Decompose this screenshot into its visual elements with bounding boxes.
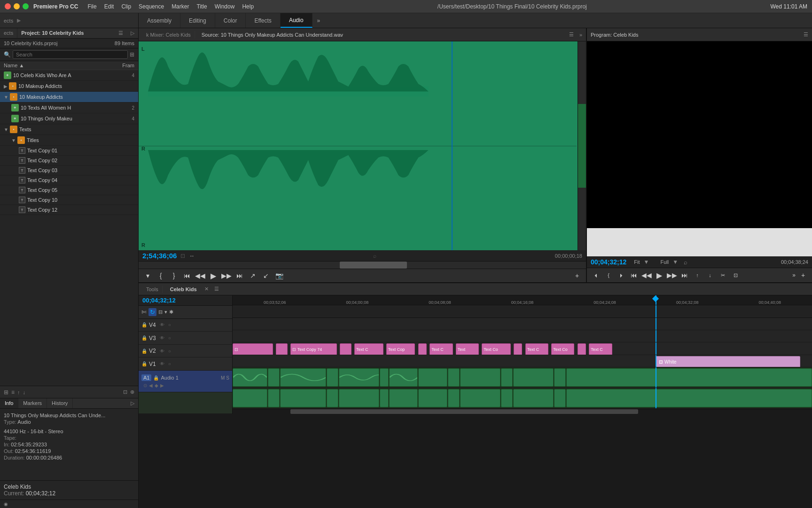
- prog-more[interactable]: »: [792, 272, 796, 278]
- clip-block[interactable]: Text C: [525, 343, 548, 355]
- audio-clip[interactable]: [268, 389, 280, 407]
- list-item[interactable]: ▼ ▪ Texts: [0, 124, 138, 135]
- tab-editing[interactable]: Editing: [180, 13, 215, 28]
- effects-tab[interactable]: ects: [0, 28, 17, 38]
- add-marker-button[interactable]: +: [572, 270, 582, 281]
- v3-sync-icon[interactable]: ○: [168, 335, 171, 341]
- close-button[interactable]: [5, 3, 11, 9]
- panel-menu-icon[interactable]: ☰: [115, 28, 127, 38]
- collapse-icon[interactable]: ▼: [11, 138, 16, 143]
- tab-assembly[interactable]: Assembly: [139, 13, 180, 28]
- clip-block[interactable]: Text C: [354, 343, 383, 355]
- mute-button[interactable]: M: [221, 375, 225, 381]
- a1-keyframe-icon[interactable]: ⊙: [143, 383, 147, 388]
- audio-clip[interactable]: [327, 368, 338, 387]
- timeline-scrollbar[interactable]: [233, 409, 812, 414]
- audio-clip[interactable]: [418, 368, 447, 387]
- prog-play[interactable]: ▶: [654, 270, 664, 280]
- step-back-button[interactable]: ⏮: [182, 270, 192, 281]
- audio-clip[interactable]: [280, 389, 327, 407]
- clip-block[interactable]: [340, 343, 351, 355]
- menu-marker[interactable]: Marker: [172, 3, 189, 10]
- clip-block[interactable]: [276, 343, 288, 355]
- v2-sync-icon[interactable]: ○: [168, 349, 171, 354]
- list-item[interactable]: T Text Copy 02: [0, 156, 138, 166]
- list-item[interactable]: T Text Copy 10: [0, 195, 138, 205]
- clip-block[interactable]: [578, 343, 586, 355]
- a1-add-kf[interactable]: ◆: [155, 383, 158, 388]
- prog-rewind[interactable]: ◀◀: [641, 270, 652, 280]
- play-button[interactable]: ▶: [208, 270, 219, 281]
- v1-sync-icon[interactable]: ○: [168, 361, 171, 366]
- audio-clip[interactable]: [389, 389, 418, 407]
- go-to-in-button[interactable]: {: [156, 270, 166, 281]
- a1-lock-icon[interactable]: 🔒: [153, 375, 159, 381]
- clip-block[interactable]: Text Co: [482, 343, 511, 355]
- audio-clip[interactable]: [448, 389, 460, 407]
- hand-tool[interactable]: ✱: [169, 309, 173, 315]
- audio-clip[interactable]: [389, 368, 418, 387]
- audio-clip[interactable]: [268, 368, 280, 387]
- fit-icon[interactable]: ↔: [189, 253, 195, 259]
- audio-clip[interactable]: [501, 368, 513, 387]
- markers-tab[interactable]: Markers: [18, 398, 47, 408]
- menu-clip[interactable]: Clip: [121, 3, 131, 10]
- v1-lock-icon[interactable]: 🔒: [141, 361, 147, 366]
- v4-visibility-icon[interactable]: 👁: [160, 322, 164, 327]
- prog-step-back[interactable]: ⏮: [629, 270, 639, 280]
- info-tab[interactable]: Info: [0, 398, 18, 408]
- sort-asc-icon[interactable]: ↑: [17, 389, 20, 395]
- mixer-tab[interactable]: k Mixer: Celeb Kids: [142, 31, 195, 39]
- project-tab[interactable]: Project: 10 Celebrity Kids: [17, 28, 115, 38]
- menu-edit[interactable]: Edit: [104, 3, 114, 10]
- list-item[interactable]: ✦ 10 Celeb Kids Who Are A 4: [0, 70, 138, 81]
- tools-tab[interactable]: Tools: [142, 286, 163, 293]
- storyboard-icon[interactable]: ⊡: [123, 389, 127, 395]
- selection-tool[interactable]: ✄: [141, 309, 147, 316]
- tab-menu-icon[interactable]: ☰: [214, 286, 219, 292]
- time-scrollbar[interactable]: [139, 261, 586, 269]
- audio-clip[interactable]: [460, 368, 500, 387]
- audio-clip[interactable]: [327, 389, 338, 407]
- prog-add-marker[interactable]: +: [798, 270, 808, 280]
- menu-title[interactable]: Title: [196, 3, 207, 10]
- v1-visibility-icon[interactable]: 👁: [160, 361, 164, 366]
- mark-in-button[interactable]: ▾: [142, 270, 153, 281]
- audio-clip[interactable]: [233, 389, 267, 407]
- audio-clip[interactable]: [501, 389, 513, 407]
- audio-clip[interactable]: [448, 368, 460, 387]
- razor-tool[interactable]: ▾: [164, 309, 167, 315]
- ripple-tool[interactable]: ↻: [148, 308, 156, 316]
- prog-trim[interactable]: ✂: [718, 270, 728, 280]
- audio-clip[interactable]: [339, 389, 379, 407]
- audio-clip[interactable]: [380, 368, 388, 387]
- camera-button[interactable]: 📷: [274, 270, 284, 281]
- clip-block[interactable]: Text C: [429, 343, 453, 355]
- audio-clip[interactable]: [513, 368, 554, 387]
- clip-block[interactable]: [514, 343, 522, 355]
- v2-visibility-icon[interactable]: 👁: [160, 349, 164, 354]
- scroll-thumb[interactable]: [340, 262, 407, 269]
- audio-clip[interactable]: [513, 389, 554, 407]
- full-dropdown-icon[interactable]: ▼: [672, 259, 678, 265]
- audio-clip[interactable]: [460, 389, 500, 407]
- overwrite-button[interactable]: ↙: [261, 270, 271, 281]
- v3-visibility-icon[interactable]: 👁: [160, 335, 164, 341]
- collapse-icon[interactable]: ▼: [4, 95, 8, 100]
- close-tab-icon[interactable]: ✕: [204, 286, 209, 292]
- clip-block[interactable]: Text Co: [551, 343, 574, 355]
- v4-sync-icon[interactable]: ○: [168, 322, 171, 327]
- prog-mark-in[interactable]: ⏴: [591, 270, 601, 280]
- white-clip[interactable]: ⊡ White: [656, 356, 800, 367]
- clip-block[interactable]: Text Cop: [386, 343, 415, 355]
- collapse-icon[interactable]: ▼: [4, 127, 8, 132]
- file-list[interactable]: ✦ 10 Celeb Kids Who Are A 4 ▶ ▪ 10 Makeu…: [0, 70, 138, 386]
- tab-color[interactable]: Color: [215, 13, 246, 28]
- list-item[interactable]: ▶ ▪ 10 Makeup Addicts: [0, 81, 138, 92]
- audio-clip[interactable]: [418, 389, 447, 407]
- insert-button[interactable]: ↗: [248, 270, 258, 281]
- menu-sequence[interactable]: Sequence: [139, 3, 164, 10]
- list-item[interactable]: T Text Copy 01: [0, 146, 138, 156]
- audio-clip[interactable]: [380, 389, 388, 407]
- audio-clip[interactable]: [566, 368, 812, 387]
